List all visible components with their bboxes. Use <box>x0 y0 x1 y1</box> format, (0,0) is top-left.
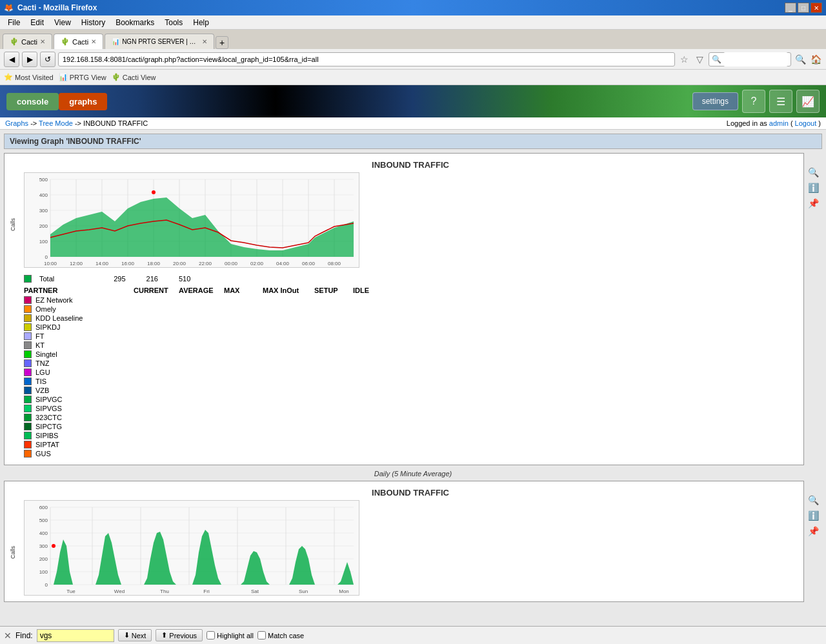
svg-text:20:00: 20:00 <box>173 261 186 267</box>
most-visited-label: Most Visited <box>15 74 54 81</box>
graphs-button[interactable]: graphs <box>59 93 107 110</box>
partner-row: SIPKDJ <box>24 323 797 332</box>
partner-row: TIS <box>24 377 797 386</box>
star-icon[interactable]: ☆ <box>678 53 690 66</box>
menu-view[interactable]: View <box>49 17 76 28</box>
graph-view-label: Viewing Graph 'INBOUND TRAFFIC' <box>10 137 141 146</box>
bookmark-most-visited[interactable]: ⭐ Most Visited <box>4 73 54 81</box>
find-next-button[interactable]: ⬇ Next <box>118 629 152 632</box>
bookmark-cacti-view[interactable]: 🌵 Cacti View <box>112 73 156 81</box>
col-idle: IDLE <box>353 287 392 294</box>
svg-text:22:00: 22:00 <box>199 261 212 267</box>
partner-name-11: SIPVGC <box>35 396 136 403</box>
partner-row: SIPTAT <box>24 440 797 449</box>
logout-link[interactable]: Logout <box>795 119 817 127</box>
total-average: 216 <box>146 275 158 283</box>
menu-file[interactable]: File <box>3 17 25 28</box>
new-tab-button[interactable]: + <box>216 36 228 49</box>
svg-text:Mon: Mon <box>339 589 349 594</box>
partner-color-16 <box>24 441 32 448</box>
bookmarks-bar: ⭐ Most Visited 📊 PRTG View 🌵 Cacti View <box>0 70 826 85</box>
svg-text:Fri: Fri <box>203 589 210 594</box>
highlight-all-label: Highlight all <box>217 632 254 632</box>
find-input[interactable] <box>37 629 114 632</box>
list-button[interactable]: ☰ <box>769 90 792 113</box>
menu-bookmarks[interactable]: Bookmarks <box>110 17 159 28</box>
find-previous-button[interactable]: ⬆ Previous <box>156 629 203 632</box>
svg-text:16:00: 16:00 <box>121 261 135 267</box>
col-average: AVERAGE <box>179 287 224 294</box>
svg-text:100: 100 <box>39 569 48 575</box>
zoom-icon-2[interactable]: 🔍 <box>807 494 820 507</box>
graph-view-title: Viewing Graph 'INBOUND TRAFFIC' <box>4 134 822 149</box>
zoom-icon[interactable]: 🔍 <box>807 166 820 179</box>
admin-link[interactable]: admin <box>769 119 789 127</box>
svg-text:02:00: 02:00 <box>250 261 264 267</box>
chart1-actions: 🔍 ℹ️ 📌 <box>804 153 822 465</box>
menu-help[interactable]: Help <box>188 17 214 28</box>
tab-cacti-2[interactable]: 🌵 Cacti ✕ <box>54 34 103 49</box>
app-header: console graphs settings ? ☰ 📈 <box>0 85 826 117</box>
svg-marker-24 <box>50 197 354 257</box>
console-button[interactable]: console <box>6 93 59 110</box>
col-partner: PARTNER <box>24 287 134 294</box>
svg-text:0: 0 <box>45 582 48 588</box>
partner-color-13 <box>24 414 32 421</box>
partner-rows: EZ Network Omely KDD Leaseline SIPKDJ FT… <box>24 296 797 458</box>
home-icon[interactable]: 🏠 <box>809 53 822 66</box>
menu-history[interactable]: History <box>76 17 110 28</box>
match-case-checkbox[interactable] <box>257 631 266 632</box>
bookmark-icon[interactable]: ▽ <box>693 53 706 66</box>
highlight-all-checkbox[interactable] <box>206 631 215 632</box>
match-case-check[interactable]: Match case <box>257 631 304 632</box>
cacti-view-icon: 🌵 <box>112 73 121 81</box>
find-bar: ✕ Find: ⬇ Next ⬆ Previous Highlight all … <box>0 626 826 632</box>
tab-cacti-1[interactable]: 🌵 Cacti ✕ <box>3 34 52 49</box>
partner-name-6: Singtel <box>35 350 136 358</box>
window-title-area: 🦊 Cacti - Mozilla Firefox <box>4 3 97 12</box>
minimize-button[interactable]: _ <box>785 3 796 13</box>
partner-row: KDD Leaseline <box>24 314 797 323</box>
search-icon[interactable]: 🔍 <box>794 53 807 66</box>
refresh-button[interactable]: ↺ <box>40 52 55 67</box>
url-input[interactable] <box>58 52 675 66</box>
breadcrumb-tree-mode[interactable]: Tree Mode <box>39 119 73 127</box>
chart1-y-label: Calls <box>10 217 16 230</box>
partner-row: SIPIBS <box>24 431 797 440</box>
partner-name-3: SIPKDJ <box>35 323 136 331</box>
partner-color-6 <box>24 350 32 358</box>
tab-prtg[interactable]: 📊 NGN PRTG SERVER | Probe Details | PRT.… <box>105 34 214 49</box>
info-icon[interactable]: ℹ️ <box>807 181 820 194</box>
highlight-all-check[interactable]: Highlight all <box>206 631 254 632</box>
tab-close-2[interactable]: ✕ <box>91 38 96 45</box>
tab-bar: 🌵 Cacti ✕ 🌵 Cacti ✕ 📊 NGN PRTG SERVER | … <box>0 30 826 49</box>
bookmark-prtg-view[interactable]: 📊 PRTG View <box>59 73 106 81</box>
partner-name-12: SIPVGS <box>35 405 136 412</box>
help-button[interactable]: ? <box>742 90 765 113</box>
tab-label-1: Cacti <box>21 38 37 46</box>
pin-icon[interactable]: 📌 <box>807 197 820 210</box>
search-input[interactable] <box>723 52 788 66</box>
partner-color-1 <box>24 305 32 313</box>
svg-text:06:00: 06:00 <box>302 261 316 267</box>
settings-button[interactable]: settings <box>692 92 738 110</box>
pin-icon-2[interactable]: 📌 <box>807 525 820 538</box>
menu-tools[interactable]: Tools <box>159 17 188 28</box>
breadcrumb-graphs[interactable]: Graphs <box>5 119 28 127</box>
back-button[interactable]: ◀ <box>4 52 19 67</box>
chart-button[interactable]: 📈 <box>796 90 820 113</box>
chart2-svg: 0 100 200 300 400 500 600 <box>24 500 359 596</box>
partner-color-4 <box>24 332 32 340</box>
col-max-inout: MAX InOut <box>263 287 314 294</box>
most-visited-icon: ⭐ <box>4 73 13 81</box>
tab-close-prtg[interactable]: ✕ <box>202 38 207 45</box>
chart2-box: INBOUND TRAFFIC Calls <box>4 481 804 602</box>
close-button[interactable]: ✕ <box>811 3 822 13</box>
partner-name-5: KT <box>35 341 136 349</box>
forward-button[interactable]: ▶ <box>22 52 37 67</box>
info-icon-2[interactable]: ℹ️ <box>807 509 820 522</box>
find-close-button[interactable]: ✕ <box>4 630 12 632</box>
tab-close-1[interactable]: ✕ <box>40 38 45 45</box>
maximize-button[interactable]: □ <box>798 3 809 13</box>
menu-edit[interactable]: Edit <box>25 17 49 28</box>
